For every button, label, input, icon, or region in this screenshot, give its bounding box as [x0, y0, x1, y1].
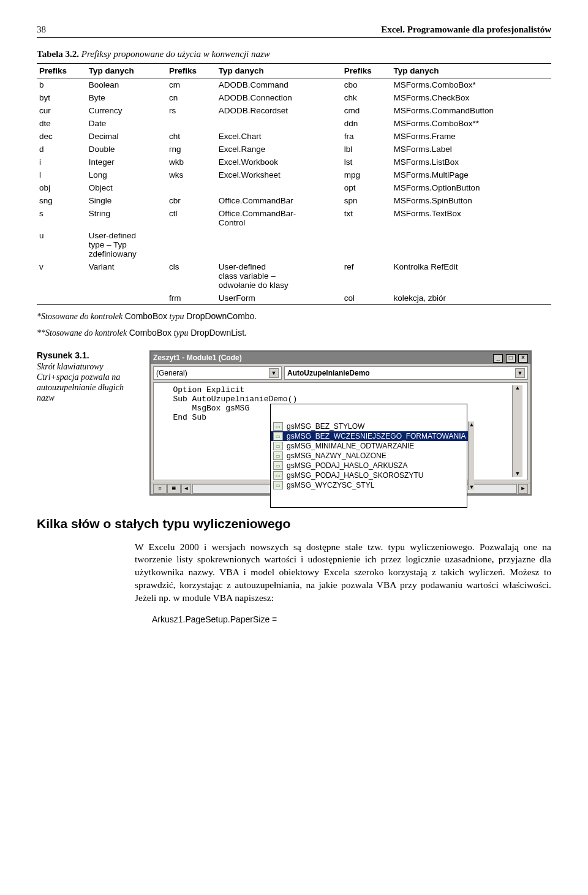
table-cell: Office.CommandBar — [216, 194, 342, 207]
table-cell — [342, 229, 391, 260]
table-cell: wkb — [167, 156, 216, 168]
autocomplete-item[interactable]: ▭gsMSG_BEZ_STYLOW — [271, 421, 468, 431]
table-row: vVariantclsUser-defined class variable –… — [37, 260, 551, 292]
autocomplete-item[interactable]: ▭gsMSG_PODAJ_HASLO_ARKUSZA — [271, 461, 468, 470]
table-cell: i — [37, 156, 86, 168]
scroll-up-icon[interactable]: ▲ — [469, 421, 474, 428]
table-cell: cur — [37, 104, 86, 117]
autocomplete-scrollbar[interactable]: ▲ ▼ — [468, 421, 474, 490]
figure-row: Rysunek 3.1. Skrót klawiaturowy Ctrl+spa… — [37, 350, 551, 496]
table-cell: Excel.Range — [216, 143, 342, 156]
page-header: 38 Excel. Programowanie dla profesjonali… — [37, 25, 551, 38]
table-header-cell: Typ danych — [216, 64, 342, 78]
inline-code: Arkusz1.PageSetup.PaperSize = — [152, 614, 551, 624]
table-cell: Single — [86, 194, 167, 207]
table-cell — [167, 229, 216, 260]
table-cell: dte — [37, 117, 86, 130]
table-cell: cls — [167, 260, 216, 292]
table-cell: UserForm — [216, 292, 342, 305]
autocomplete-popup[interactable]: ▭gsMSG_BEZ_STYLOW▭gsMSG_BEZ_WCZESNIEJSZE… — [270, 404, 467, 508]
table-cell: MSForms.ListBox — [391, 156, 551, 168]
close-icon[interactable]: × — [518, 354, 528, 363]
table-cell: Boolean — [86, 78, 167, 92]
autocomplete-item-label: gsMSG_MINIMALNE_ODTWARZANIE — [287, 442, 414, 450]
table-cell: ADODB.Connection — [216, 91, 342, 104]
autocomplete-item[interactable]: ▭gsMSG_WYCZYSC_STYL — [271, 480, 468, 490]
prefix-table: PrefiksTyp danychPrefiksTyp danychPrefik… — [37, 63, 551, 305]
code-window-screenshot: Zeszyt1 - Module1 (Code) _ □ × (General)… — [149, 350, 532, 496]
figure-label: Rysunek 3.1. — [37, 350, 141, 360]
table-cell: s — [37, 207, 86, 229]
constant-icon: ▭ — [273, 442, 283, 450]
code-pane[interactable]: Option Explicit Sub AutoUzupelnianieDemo… — [153, 382, 528, 480]
table-cell: spn — [342, 194, 391, 207]
table-cell: Variant — [86, 260, 167, 292]
table-cell: kolekcja, zbiór — [391, 292, 551, 305]
scroll-down-icon[interactable]: ▼ — [469, 484, 474, 490]
table-row: objObjectoptMSForms.OptionButton — [37, 181, 551, 194]
procedure-view-icon[interactable]: ≣ — [167, 484, 181, 494]
table-cell: sng — [37, 194, 86, 207]
book-title: Excel. Programowanie dla profesjonalistó… — [381, 25, 551, 35]
table-cell: MSForms.SpinButton — [391, 194, 551, 207]
table-cell: l — [37, 168, 86, 181]
autocomplete-item-label: gsMSG_BEZ_STYLOW — [287, 422, 364, 431]
scroll-left-icon[interactable]: ◄ — [181, 484, 191, 494]
table-cell: MSForms.ComboBox* — [391, 78, 551, 92]
table-caption: Tabela 3.2. Prefiksy proponowane do użyc… — [37, 49, 551, 59]
table-cell: u — [37, 229, 86, 260]
table-cell: v — [37, 260, 86, 292]
autocomplete-item[interactable]: ▭gsMSG_MINIMALNE_ODTWARZANIE — [271, 441, 468, 451]
vertical-scrollbar[interactable]: ▲ ▼ — [512, 385, 522, 477]
scroll-down-icon[interactable]: ▼ — [516, 471, 519, 477]
table-row: bytBytecnADODB.ConnectionchkMSForms.Chec… — [37, 91, 551, 104]
section-heading: Kilka słów o stałych typu wyliczeniowego — [37, 516, 551, 531]
table-cell: Excel.Workbook — [216, 156, 342, 168]
chevron-down-icon[interactable]: ▼ — [269, 368, 279, 378]
table-row: dteDateddnMSForms.ComboBox** — [37, 117, 551, 130]
maximize-icon[interactable]: □ — [506, 354, 516, 363]
minimize-icon[interactable]: _ — [493, 354, 503, 363]
window-buttons: _ □ × — [492, 353, 528, 363]
table-cell: Byte — [86, 91, 167, 104]
autocomplete-item-label: gsMSG_NAZWY_NALOZONE — [287, 451, 386, 460]
table-cell: Currency — [86, 104, 167, 117]
table-cell: cbr — [167, 194, 216, 207]
table-cell — [391, 229, 551, 260]
constant-icon: ▭ — [273, 451, 283, 460]
table-cell: String — [86, 207, 167, 229]
table-cell: ddn — [342, 117, 391, 130]
figure-caption: Rysunek 3.1. Skrót klawiaturowy Ctrl+spa… — [37, 350, 141, 496]
table-cell: MSForms.CommandButton — [391, 104, 551, 117]
table-row: iIntegerwkbExcel.WorkbooklstMSForms.List… — [37, 156, 551, 168]
constant-icon: ▭ — [273, 461, 283, 470]
table-cell — [167, 117, 216, 130]
scroll-up-icon[interactable]: ▲ — [516, 385, 519, 391]
figure-text: Skrót klawiaturowy Ctrl+spacja pozwala n… — [37, 362, 124, 402]
table-row: sStringctlOffice.CommandBar- ControltxtM… — [37, 207, 551, 229]
object-dropdown[interactable]: (General) ▼ — [153, 366, 282, 380]
table-title: Prefiksy proponowane do użycia w konwenc… — [81, 49, 270, 59]
procedure-dropdown[interactable]: AutoUzupelnianieDemo ▼ — [284, 366, 528, 380]
table-cell: Excel.Worksheet — [216, 168, 342, 181]
table-cell: cm — [167, 78, 216, 92]
table-cell: cht — [167, 130, 216, 143]
table-cell — [216, 181, 342, 194]
autocomplete-item[interactable]: ▭gsMSG_NAZWY_NALOZONE — [271, 451, 468, 461]
procedure-dropdown-value: AutoUzupelnianieDemo — [287, 369, 370, 377]
constant-icon: ▭ — [273, 432, 283, 440]
window-title: Zeszyt1 - Module1 (Code) — [153, 353, 242, 362]
table-cell: MSForms.ComboBox** — [391, 117, 551, 130]
autocomplete-item[interactable]: ▭gsMSG_BEZ_WCZESNIEJSZEGO_FORMATOWANIA — [271, 431, 468, 441]
table-cell: lst — [342, 156, 391, 168]
full-module-view-icon[interactable]: ≡ — [153, 484, 167, 494]
table-row: uUser-defined type – Typ zdefiniowany — [37, 229, 551, 260]
autocomplete-item[interactable]: ▭gsMSG_PODAJ_HASLO_SKOROSZYTU — [271, 470, 468, 480]
table-header-cell: Prefiks — [342, 64, 391, 78]
table-header-cell: Typ danych — [391, 64, 551, 78]
table-cell: rng — [167, 143, 216, 156]
table-cell: lbl — [342, 143, 391, 156]
scroll-right-icon[interactable]: ► — [518, 484, 528, 494]
table-cell: obj — [37, 181, 86, 194]
chevron-down-icon[interactable]: ▼ — [515, 368, 525, 378]
